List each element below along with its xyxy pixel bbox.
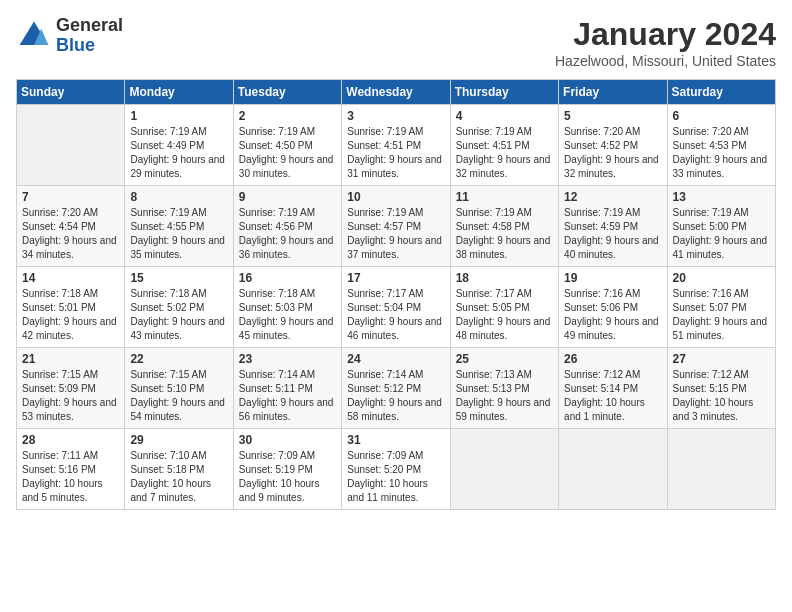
sunrise-text: Sunrise: 7:10 AM (130, 450, 206, 461)
day-info: Sunrise: 7:19 AM Sunset: 4:57 PM Dayligh… (347, 206, 444, 262)
table-row: 3 Sunrise: 7:19 AM Sunset: 4:51 PM Dayli… (342, 105, 450, 186)
table-row: 24 Sunrise: 7:14 AM Sunset: 5:12 PM Dayl… (342, 348, 450, 429)
sunset-text: Sunset: 5:15 PM (673, 383, 747, 394)
daylight-text: Daylight: 9 hours and 48 minutes. (456, 316, 551, 341)
sunrise-text: Sunrise: 7:16 AM (564, 288, 640, 299)
table-row: 5 Sunrise: 7:20 AM Sunset: 4:52 PM Dayli… (559, 105, 667, 186)
table-row (17, 105, 125, 186)
logo-text: General Blue (56, 16, 123, 56)
day-info: Sunrise: 7:19 AM Sunset: 4:51 PM Dayligh… (347, 125, 444, 181)
daylight-text: Daylight: 9 hours and 41 minutes. (673, 235, 768, 260)
month-title: January 2024 (555, 16, 776, 53)
logo-icon (16, 18, 52, 54)
daylight-text: Daylight: 9 hours and 30 minutes. (239, 154, 334, 179)
day-number: 8 (130, 190, 227, 204)
daylight-text: Daylight: 9 hours and 58 minutes. (347, 397, 442, 422)
table-row: 2 Sunrise: 7:19 AM Sunset: 4:50 PM Dayli… (233, 105, 341, 186)
day-info: Sunrise: 7:19 AM Sunset: 4:49 PM Dayligh… (130, 125, 227, 181)
calendar-week-row: 21 Sunrise: 7:15 AM Sunset: 5:09 PM Dayl… (17, 348, 776, 429)
daylight-text: Daylight: 10 hours and 3 minutes. (673, 397, 754, 422)
day-number: 18 (456, 271, 553, 285)
daylight-text: Daylight: 9 hours and 56 minutes. (239, 397, 334, 422)
sunset-text: Sunset: 5:00 PM (673, 221, 747, 232)
daylight-text: Daylight: 9 hours and 32 minutes. (456, 154, 551, 179)
table-row: 12 Sunrise: 7:19 AM Sunset: 4:59 PM Dayl… (559, 186, 667, 267)
day-number: 21 (22, 352, 119, 366)
logo: General Blue (16, 16, 123, 56)
daylight-text: Daylight: 9 hours and 34 minutes. (22, 235, 117, 260)
sunrise-text: Sunrise: 7:17 AM (347, 288, 423, 299)
day-number: 12 (564, 190, 661, 204)
col-sunday: Sunday (17, 80, 125, 105)
sunset-text: Sunset: 4:53 PM (673, 140, 747, 151)
day-number: 14 (22, 271, 119, 285)
col-wednesday: Wednesday (342, 80, 450, 105)
day-info: Sunrise: 7:18 AM Sunset: 5:03 PM Dayligh… (239, 287, 336, 343)
day-number: 26 (564, 352, 661, 366)
daylight-text: Daylight: 9 hours and 33 minutes. (673, 154, 768, 179)
day-number: 28 (22, 433, 119, 447)
table-row: 10 Sunrise: 7:19 AM Sunset: 4:57 PM Dayl… (342, 186, 450, 267)
day-info: Sunrise: 7:17 AM Sunset: 5:05 PM Dayligh… (456, 287, 553, 343)
daylight-text: Daylight: 10 hours and 1 minute. (564, 397, 645, 422)
day-info: Sunrise: 7:15 AM Sunset: 5:10 PM Dayligh… (130, 368, 227, 424)
sunrise-text: Sunrise: 7:14 AM (347, 369, 423, 380)
table-row: 26 Sunrise: 7:12 AM Sunset: 5:14 PM Dayl… (559, 348, 667, 429)
sunset-text: Sunset: 5:03 PM (239, 302, 313, 313)
location-title: Hazelwood, Missouri, United States (555, 53, 776, 69)
table-row: 29 Sunrise: 7:10 AM Sunset: 5:18 PM Dayl… (125, 429, 233, 510)
day-number: 2 (239, 109, 336, 123)
sunrise-text: Sunrise: 7:14 AM (239, 369, 315, 380)
day-number: 5 (564, 109, 661, 123)
day-info: Sunrise: 7:20 AM Sunset: 4:52 PM Dayligh… (564, 125, 661, 181)
day-info: Sunrise: 7:16 AM Sunset: 5:06 PM Dayligh… (564, 287, 661, 343)
logo-blue: Blue (56, 36, 123, 56)
sunrise-text: Sunrise: 7:16 AM (673, 288, 749, 299)
day-number: 22 (130, 352, 227, 366)
sunset-text: Sunset: 5:18 PM (130, 464, 204, 475)
sunset-text: Sunset: 5:04 PM (347, 302, 421, 313)
sunrise-text: Sunrise: 7:19 AM (456, 126, 532, 137)
day-info: Sunrise: 7:19 AM Sunset: 4:50 PM Dayligh… (239, 125, 336, 181)
day-info: Sunrise: 7:20 AM Sunset: 4:54 PM Dayligh… (22, 206, 119, 262)
table-row: 23 Sunrise: 7:14 AM Sunset: 5:11 PM Dayl… (233, 348, 341, 429)
sunset-text: Sunset: 5:19 PM (239, 464, 313, 475)
daylight-text: Daylight: 9 hours and 35 minutes. (130, 235, 225, 260)
sunrise-text: Sunrise: 7:19 AM (239, 207, 315, 218)
table-row: 16 Sunrise: 7:18 AM Sunset: 5:03 PM Dayl… (233, 267, 341, 348)
table-row: 9 Sunrise: 7:19 AM Sunset: 4:56 PM Dayli… (233, 186, 341, 267)
sunrise-text: Sunrise: 7:18 AM (130, 288, 206, 299)
day-info: Sunrise: 7:11 AM Sunset: 5:16 PM Dayligh… (22, 449, 119, 505)
sunset-text: Sunset: 5:10 PM (130, 383, 204, 394)
day-info: Sunrise: 7:15 AM Sunset: 5:09 PM Dayligh… (22, 368, 119, 424)
sunset-text: Sunset: 4:51 PM (347, 140, 421, 151)
sunrise-text: Sunrise: 7:15 AM (22, 369, 98, 380)
sunset-text: Sunset: 4:51 PM (456, 140, 530, 151)
day-number: 9 (239, 190, 336, 204)
day-info: Sunrise: 7:09 AM Sunset: 5:19 PM Dayligh… (239, 449, 336, 505)
sunrise-text: Sunrise: 7:15 AM (130, 369, 206, 380)
table-row: 30 Sunrise: 7:09 AM Sunset: 5:19 PM Dayl… (233, 429, 341, 510)
daylight-text: Daylight: 10 hours and 11 minutes. (347, 478, 428, 503)
day-info: Sunrise: 7:17 AM Sunset: 5:04 PM Dayligh… (347, 287, 444, 343)
day-number: 25 (456, 352, 553, 366)
daylight-text: Daylight: 9 hours and 54 minutes. (130, 397, 225, 422)
table-row: 11 Sunrise: 7:19 AM Sunset: 4:58 PM Dayl… (450, 186, 558, 267)
day-info: Sunrise: 7:10 AM Sunset: 5:18 PM Dayligh… (130, 449, 227, 505)
daylight-text: Daylight: 9 hours and 59 minutes. (456, 397, 551, 422)
sunrise-text: Sunrise: 7:19 AM (239, 126, 315, 137)
sunrise-text: Sunrise: 7:12 AM (673, 369, 749, 380)
sunset-text: Sunset: 5:20 PM (347, 464, 421, 475)
table-row: 27 Sunrise: 7:12 AM Sunset: 5:15 PM Dayl… (667, 348, 775, 429)
day-info: Sunrise: 7:19 AM Sunset: 5:00 PM Dayligh… (673, 206, 770, 262)
daylight-text: Daylight: 9 hours and 53 minutes. (22, 397, 117, 422)
sunrise-text: Sunrise: 7:20 AM (673, 126, 749, 137)
day-info: Sunrise: 7:18 AM Sunset: 5:02 PM Dayligh… (130, 287, 227, 343)
day-number: 3 (347, 109, 444, 123)
sunrise-text: Sunrise: 7:19 AM (564, 207, 640, 218)
sunset-text: Sunset: 4:57 PM (347, 221, 421, 232)
day-number: 13 (673, 190, 770, 204)
sunset-text: Sunset: 5:09 PM (22, 383, 96, 394)
daylight-text: Daylight: 10 hours and 7 minutes. (130, 478, 211, 503)
sunrise-text: Sunrise: 7:19 AM (130, 207, 206, 218)
